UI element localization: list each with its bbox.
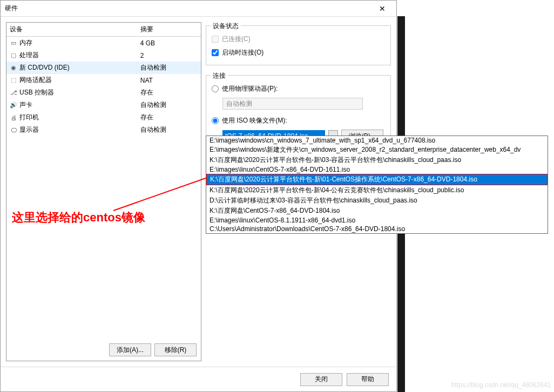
col-summary[interactable]: 摘要 [137,23,201,37]
settings-panel: 设备状态 已连接(C) 启动时连接(O) 连接 使用物理驱动器(P): 自动检测 [206,22,391,361]
device-name: 声卡 [19,100,32,110]
device-row[interactable]: ⎇USB 控制器存在 [6,86,201,99]
device-row[interactable]: 🖵显示器自动检测 [6,124,201,136]
device-icon: ⎇ [10,89,17,97]
device-name: 处理器 [19,51,39,60]
hardware-dialog: 硬件 ✕ 设备 摘要 ▭内存4 GB▢处理器2◉新 CD/DVD (IDE)自动… [0,0,397,392]
titlebar: 硬件 ✕ [1,1,396,17]
dialog-title: 硬件 [5,4,373,13]
add-button[interactable]: 添加(A)... [109,343,151,356]
device-summary: 2 [137,49,201,62]
device-name: 内存 [19,38,32,48]
dialog-footer: 关闭 帮助 [1,367,396,391]
device-row[interactable]: 🖨打印机存在 [6,111,201,124]
dropdown-item[interactable]: D:\云计算临时移动过来\03-容器云平台软件包\chinaskills_clo… [206,195,548,206]
use-physical-label: 使用物理驱动器(P): [222,84,278,93]
dropdown-item[interactable]: K:\百度网盘\2020云计算平台软件包-新\03-容器云平台软件包\china… [206,155,548,165]
device-name: 显示器 [19,125,39,134]
device-row[interactable]: ▢处理器2 [6,49,201,62]
use-iso-row[interactable]: 使用 ISO 映像文件(M): [212,114,385,127]
annotation-text: 这里选择给的centos镜像 [12,209,145,226]
device-icon: 🖵 [10,126,17,134]
help-button[interactable]: 帮助 [347,373,389,386]
connected-checkbox [212,36,219,43]
device-buttons: 添加(A)... 移除(R) [109,343,197,356]
connection-title: 连接 [211,71,228,80]
use-physical-radio[interactable] [212,85,219,92]
dropdown-item[interactable]: E:\images\windows\cn_windows_7_ultimate_… [206,136,548,145]
dropdown-item[interactable]: E:\images\linux\CentOS-7-x86_64-DVD-1611… [206,165,548,174]
dropdown-item[interactable]: C:\Users\Administrator\Downloads\CentOS-… [206,225,548,233]
device-row[interactable]: 🔊声卡自动检测 [6,99,201,111]
device-table: 设备 摘要 ▭内存4 GB▢处理器2◉新 CD/DVD (IDE)自动检测⬚网络… [6,23,201,136]
close-icon: ✕ [379,4,386,13]
device-row[interactable]: ◉新 CD/DVD (IDE)自动检测 [6,62,201,74]
physical-drive-combo: 自动检测 [222,98,363,110]
device-row[interactable]: ▭内存4 GB [6,37,201,50]
dialog-body: 设备 摘要 ▭内存4 GB▢处理器2◉新 CD/DVD (IDE)自动检测⬚网络… [1,17,396,367]
connect-on-start-checkbox[interactable] [212,49,219,56]
device-state-title: 设备状态 [211,22,241,31]
device-name: 网络适配器 [19,76,52,85]
device-state-group: 设备状态 已连接(C) 启动时连接(O) [206,25,391,65]
device-name: 新 CD/DVD (IDE) [19,63,70,72]
close-button[interactable]: ✕ [373,2,392,15]
device-summary: 自动检测 [137,124,201,136]
device-icon: ▭ [10,39,17,47]
device-summary: 存在 [137,111,201,124]
remove-button[interactable]: 移除(R) [154,343,197,356]
device-summary: 自动检测 [137,99,201,111]
device-icon: ◉ [10,64,17,72]
iso-dropdown-list[interactable]: E:\images\windows\cn_windows_7_ultimate_… [206,136,548,234]
dropdown-item[interactable]: E:\images\windows\新建文件夹\cn_windows_serve… [206,145,548,155]
use-iso-radio[interactable] [212,117,219,124]
connected-label: 已连接(C) [222,35,251,44]
use-iso-label: 使用 ISO 映像文件(M): [222,116,287,125]
dropdown-item[interactable]: K:\百度网盘\CentOS-7-x86_64-DVD-1804.iso [206,206,548,216]
device-summary: 自动检测 [137,62,201,74]
use-physical-row[interactable]: 使用物理驱动器(P): [212,82,385,96]
device-icon: 🔊 [10,102,17,109]
connect-on-start-label: 启动时连接(O) [222,48,264,57]
dropdown-item[interactable]: K:\百度网盘\2020云计算平台软件包-新\04-公有云竞赛软件包\china… [206,185,548,195]
close-dialog-button[interactable]: 关闭 [300,373,342,386]
device-name: 打印机 [19,113,39,122]
device-icon: 🖨 [10,114,17,121]
connected-checkbox-row[interactable]: 已连接(C) [212,32,385,46]
device-icon: ▢ [10,52,17,59]
device-summary: 4 GB [137,37,201,50]
device-summary: 存在 [137,86,201,99]
dropdown-item[interactable]: K:\百度网盘\2020云计算平台软件包-新\01-CentOS操作系统\Cen… [206,174,548,185]
watermark: https://blog.csdn.net/qq_46062641 [451,381,551,389]
device-list-panel: 设备 摘要 ▭内存4 GB▢处理器2◉新 CD/DVD (IDE)自动检测⬚网络… [6,22,201,361]
dropdown-item[interactable]: E:\images\linux\CentOS-8.1.1911-x86_64-d… [206,216,548,225]
connect-on-start-row[interactable]: 启动时连接(O) [212,46,385,59]
col-device[interactable]: 设备 [6,23,137,37]
device-row[interactable]: ⬚网络适配器NAT [6,74,201,86]
device-name: USB 控制器 [19,88,54,97]
device-summary: NAT [137,74,201,86]
device-icon: ⬚ [10,77,17,84]
